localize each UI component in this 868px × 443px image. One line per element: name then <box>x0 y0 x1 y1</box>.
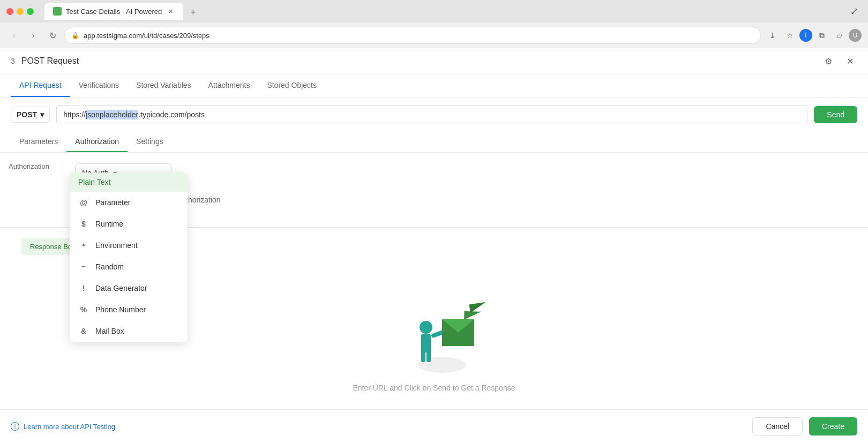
url-highlighted-part: jsonplaceholder <box>86 110 138 119</box>
environment-icon: • <box>78 240 89 251</box>
address-text: app.testsigma.com/ui/td/cases/209/steps <box>84 32 754 40</box>
url-row: POST ▾ https://jsonplaceholder.typicode.… <box>0 97 868 132</box>
auth-select-row: No Auth ▾ <box>75 163 857 183</box>
phone-number-icon: % <box>78 304 89 315</box>
dropdown-item-environment-label: Environment <box>95 241 138 250</box>
svg-rect-3 <box>421 349 425 362</box>
tab-stored-variables[interactable]: Stored Variables <box>128 74 199 97</box>
main-tabs: API Request Verifications Stored Variabl… <box>0 74 868 97</box>
url-prefix: https:// <box>63 110 86 119</box>
browser-tab-active[interactable]: Test Case Details - AI Powered ✕ <box>44 3 183 20</box>
svg-rect-4 <box>426 349 431 362</box>
traffic-light-close[interactable] <box>6 8 13 15</box>
dropdown-item-parameter-label: Parameter <box>95 198 130 207</box>
profile-icon[interactable]: T <box>799 29 812 42</box>
dropdown-plain-text-option[interactable]: Plain Text <box>70 172 188 192</box>
browser-titlebar: Test Case Details - AI Powered ✕ + ⤢ <box>0 0 868 22</box>
auth-info: This request does not use any authorizat… <box>75 196 857 204</box>
dropdown-item-mail-box-label: Mail Box <box>95 327 124 335</box>
dropdown-item-environment[interactable]: • Environment <box>70 235 188 256</box>
step-number: 3 <box>11 57 15 65</box>
close-icon[interactable]: ✕ <box>842 54 857 69</box>
method-selector[interactable]: POST ▾ <box>11 107 50 123</box>
parameter-icon: @ <box>78 197 89 208</box>
info-icon: i <box>11 422 19 431</box>
method-label: POST <box>17 110 37 119</box>
variable-type-dropdown: Plain Text @ Parameter $ Runtime • Envir… <box>70 172 188 342</box>
back-button: ‹ <box>6 28 21 43</box>
download-icon[interactable]: ⤓ <box>765 28 780 43</box>
cancel-button[interactable]: Cancel <box>752 417 803 436</box>
svg-point-1 <box>420 321 432 334</box>
dropdown-item-random[interactable]: ~ Random <box>70 256 188 277</box>
user-avatar-icon[interactable]: U <box>849 29 862 42</box>
tab-close-btn[interactable]: ✕ <box>166 7 175 16</box>
dropdown-header-label: Plain Text <box>78 178 110 186</box>
dropdown-item-runtime-label: Runtime <box>95 220 123 228</box>
auth-label: Authorization <box>9 162 49 170</box>
dropdown-item-mail-box[interactable]: & Mail Box <box>70 320 188 342</box>
dropdown-item-random-label: Random <box>95 262 124 271</box>
tab-title: Test Case Details - AI Powered <box>66 7 162 16</box>
create-button[interactable]: Create <box>809 417 857 436</box>
mail-box-icon: & <box>78 326 89 336</box>
dropdown-item-data-generator-label: Data Generator <box>95 284 147 292</box>
refresh-button[interactable]: ↻ <box>45 28 60 43</box>
bookmark-icon[interactable]: ☆ <box>782 28 797 43</box>
runtime-icon: $ <box>78 219 89 229</box>
dropdown-item-phone-number[interactable]: % Phone Number <box>70 299 188 320</box>
sidebar-icon[interactable]: ▱ <box>832 28 847 43</box>
forward-button[interactable]: › <box>26 28 41 43</box>
dropdown-item-data-generator[interactable]: ! Data Generator <box>70 277 188 299</box>
params-tab-authorization[interactable]: Authorization <box>66 132 128 152</box>
help-link[interactable]: i Learn more about API Testing <box>11 422 115 431</box>
footer-actions: Cancel Create <box>752 417 857 436</box>
tab-api-request[interactable]: API Request <box>11 74 70 97</box>
params-tab-parameters[interactable]: Parameters <box>11 132 66 152</box>
app-container: 3 POST Request ⚙ ✕ API Request Verificat… <box>0 48 868 443</box>
params-tab-settings[interactable]: Settings <box>128 132 172 152</box>
app-header: 3 POST Request ⚙ ✕ <box>0 48 868 74</box>
dropdown-item-parameter[interactable]: @ Parameter <box>70 192 188 213</box>
random-icon: ~ <box>78 261 89 272</box>
browser-fullscreen-btn[interactable]: ⤢ <box>847 4 862 19</box>
dropdown-item-phone-number-label: Phone Number <box>95 305 146 314</box>
traffic-lights <box>6 8 34 15</box>
traffic-light-minimize[interactable] <box>17 8 24 15</box>
tab-favicon <box>53 7 62 16</box>
empty-illustration <box>380 287 488 373</box>
tab-verifications[interactable]: Verifications <box>70 74 128 97</box>
traffic-light-maximize[interactable] <box>27 8 34 15</box>
browser-tabs: Test Case Details - AI Powered ✕ + <box>44 3 200 20</box>
tab-stored-objects[interactable]: Stored Objects <box>258 74 325 97</box>
auth-left: Authorization <box>0 153 64 227</box>
params-tabs: Parameters Authorization Settings <box>0 132 868 153</box>
url-suffix: .typicode.com/posts <box>138 110 205 119</box>
empty-state-text: Enter URL and Click on Send to Get a Res… <box>353 384 515 392</box>
method-dropdown-icon: ▾ <box>40 110 44 119</box>
send-button[interactable]: Send <box>814 106 857 123</box>
help-text: Learn more about API Testing <box>24 423 115 431</box>
app-footer: i Learn more about API Testing Cancel Cr… <box>0 409 868 443</box>
dropdown-item-runtime[interactable]: $ Runtime <box>70 213 188 235</box>
address-bar[interactable]: 🔒 app.testsigma.com/ui/td/cases/209/step… <box>64 27 761 44</box>
browser-chrome: Test Case Details - AI Powered ✕ + ⤢ ‹ ›… <box>0 0 868 48</box>
url-input[interactable]: https://jsonplaceholder.typicode.com/pos… <box>56 105 807 124</box>
page-title: POST Request <box>21 56 79 66</box>
toolbar-icons: ⤓ ☆ T ⧉ ▱ U <box>765 28 862 43</box>
settings-icon[interactable]: ⚙ <box>821 54 836 69</box>
extensions-icon[interactable]: ⧉ <box>814 28 829 43</box>
browser-toolbar: ‹ › ↻ 🔒 app.testsigma.com/ui/td/cases/20… <box>0 22 868 48</box>
data-generator-icon: ! <box>78 283 89 294</box>
tab-attachments[interactable]: Attachments <box>200 74 259 97</box>
new-tab-button[interactable]: + <box>185 5 200 20</box>
header-actions: ⚙ ✕ <box>821 54 857 69</box>
